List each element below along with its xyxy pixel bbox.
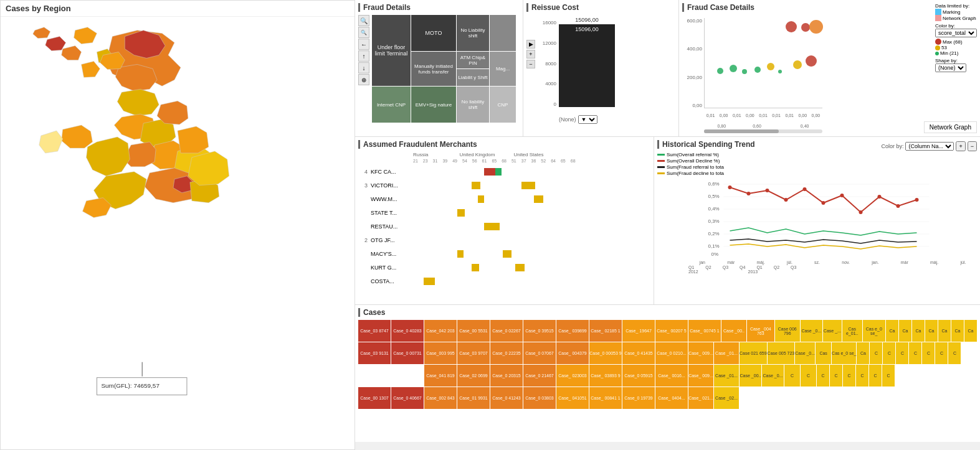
hist-add-btn[interactable]: +	[956, 141, 965, 151]
case-cell[interactable]: Case_002 843	[424, 387, 457, 409]
case-cell[interactable]: Case_042 203	[424, 320, 457, 342]
case-cell[interactable]: C	[882, 365, 895, 387]
case-cell[interactable]: Case_ 02185 1	[589, 320, 622, 342]
network-graph-btn[interactable]: Network Graph	[924, 121, 977, 133]
case-cell[interactable]: Ca	[938, 320, 951, 342]
hist-color-by-select[interactable]: (Column Na...	[905, 142, 954, 151]
case-cell[interactable]: Case _00..	[740, 365, 761, 387]
hist-remove-btn[interactable]: −	[968, 141, 977, 151]
case-cell[interactable]: Case_ 0404...	[655, 387, 688, 409]
case-cell[interactable]: Case_ 0016...	[655, 365, 688, 387]
case-cell[interactable]: Case _0...	[795, 342, 815, 364]
case-cell[interactable]: Case _01...	[714, 342, 739, 364]
reset-btn[interactable]: ⊕	[358, 74, 369, 85]
case-cell[interactable]: Case_0 40283	[391, 320, 424, 342]
case-cell[interactable]: Case_ 023003	[556, 365, 589, 387]
case-cell[interactable]: Case_0 05915	[622, 365, 655, 387]
case-cell[interactable]: Ca	[951, 320, 964, 342]
case-cell[interactable]: Case_0 39515	[523, 320, 556, 342]
case-cell[interactable]: C	[784, 365, 800, 387]
scatter-scrollbar[interactable]	[704, 129, 822, 133]
case-cell[interactable]: Case_0 19739	[622, 387, 655, 409]
case-cell[interactable]: C	[870, 342, 882, 364]
shape-by-select[interactable]: (None)	[935, 63, 966, 72]
nav-plus-btn[interactable]: +	[526, 50, 535, 59]
case-cell[interactable]: Case_01 9931	[457, 387, 490, 409]
case-cell[interactable]: Case_ 00841 1	[589, 387, 622, 409]
case-cell[interactable]: Case_0 02267	[490, 320, 523, 342]
case-cell[interactable]: Case_0 22235	[490, 342, 523, 364]
case-cell[interactable]: Ca	[899, 320, 911, 342]
case-cell[interactable]: Case 006 796	[775, 320, 800, 342]
case-cell[interactable]: C	[856, 365, 868, 387]
x-dropdown[interactable]: ▼	[578, 115, 597, 124]
case-cell[interactable]: Cas	[816, 342, 831, 364]
case-cell[interactable]: Case_ 00207 5	[655, 320, 688, 342]
case-cell[interactable]: Case_ 19647	[622, 320, 655, 342]
nav-right-btn[interactable]: ▶	[526, 40, 535, 49]
zoom-out-btn[interactable]: 🔍	[358, 27, 369, 38]
case-cell[interactable]: Case_03 9707	[457, 342, 490, 364]
case-cell[interactable]: Case_0 40667	[391, 387, 424, 409]
case-cell[interactable]: Case_03 9131	[358, 342, 391, 364]
case-cell[interactable]: Case_02 0699	[457, 365, 490, 387]
case-cell[interactable]: C	[869, 365, 882, 387]
case-cell[interactable]: Ca	[925, 320, 938, 342]
case-cell[interactable]: C	[896, 342, 908, 364]
case-cell[interactable]: Case 005 723	[768, 342, 795, 364]
case-cell[interactable]: Ca	[857, 342, 869, 364]
case-cell[interactable]: Ca	[886, 320, 898, 342]
case-cell[interactable]: C	[817, 365, 829, 387]
case-cell[interactable]: Ca	[912, 320, 925, 342]
case-cell[interactable]: Case_0 20315	[490, 365, 523, 387]
scatter-scrollbar-thumb[interactable]	[704, 129, 779, 133]
case-cell[interactable]: Case_0 21467	[523, 365, 556, 387]
case-cell[interactable]: Case _0...	[801, 320, 822, 342]
case-cell[interactable]: Case_0 07067	[523, 342, 556, 364]
case-cell[interactable]: Case_0 0210...	[655, 342, 688, 364]
case-cell[interactable]: Case_00 1307	[358, 387, 391, 409]
case-cell[interactable]: Case_003 995	[424, 342, 457, 364]
case-cell[interactable]: C	[922, 342, 935, 364]
case-cell[interactable]: Case _02...	[714, 387, 739, 409]
case-cell[interactable]: C	[801, 365, 816, 387]
case-cell[interactable]: Case_ 039899	[556, 320, 589, 342]
case-cell[interactable]: Cas e_0 se_	[863, 320, 885, 342]
case-cell[interactable]: Case _...	[823, 320, 842, 342]
pan-down-btn[interactable]: ↓	[358, 62, 369, 73]
case-cell[interactable]: Case_00 5531	[457, 320, 490, 342]
case-cell[interactable]: Case _0...	[762, 365, 784, 387]
case-cell[interactable]: Case_0 03803	[523, 387, 556, 409]
case-cell[interactable]: Case_ 00745 1	[688, 320, 721, 342]
pan-left-btn[interactable]: ←	[358, 39, 369, 50]
case-cell[interactable]: Case _004 763	[747, 320, 774, 342]
case-cell[interactable]: Case _01...	[714, 365, 739, 387]
case-cell[interactable]: Case_0 00731	[391, 342, 424, 364]
case-cell[interactable]: C	[843, 365, 855, 387]
case-cell[interactable]: C	[883, 342, 895, 364]
case-cell[interactable]: Case_ 021...	[688, 387, 713, 409]
case-cell[interactable]: Case 021 659	[740, 342, 767, 364]
case-cell[interactable]: C	[909, 342, 921, 364]
case-cell[interactable]: Case _00..	[721, 320, 746, 342]
case-cell[interactable]: Case_0 41243	[490, 387, 523, 409]
case-cell[interactable]: Case_ 004379	[556, 342, 589, 364]
case-cell[interactable]: Ca	[964, 320, 977, 342]
case-cell[interactable]: Cas e_01..	[842, 320, 862, 342]
zoom-in-btn[interactable]: 🔍	[358, 15, 369, 26]
case-cell[interactable]: Cas e_0 se_	[832, 342, 856, 364]
case-cell[interactable]: Case_ 03893 9	[589, 365, 622, 387]
case-cell[interactable]: Case_ 041051	[556, 387, 589, 409]
case-cell[interactable]: Case_0 41435	[622, 342, 655, 364]
color-by-select[interactable]: score_total	[935, 29, 977, 37]
case-cell[interactable]: Case_041 819	[424, 365, 457, 387]
case-cell[interactable]: Case_ 009...	[688, 342, 713, 364]
case-cell[interactable]: C	[935, 342, 948, 364]
case-cell[interactable]: Case_03 8747	[358, 320, 391, 342]
case-cell[interactable]: Case_ 009...	[688, 365, 713, 387]
case-cell[interactable]: Case_0 00053 9	[589, 342, 622, 364]
case-cell[interactable]: C	[830, 365, 842, 387]
case-cell[interactable]: C	[948, 342, 961, 364]
pan-up-btn[interactable]: ↑	[358, 50, 369, 62]
nav-minus-btn[interactable]: −	[526, 60, 535, 68]
